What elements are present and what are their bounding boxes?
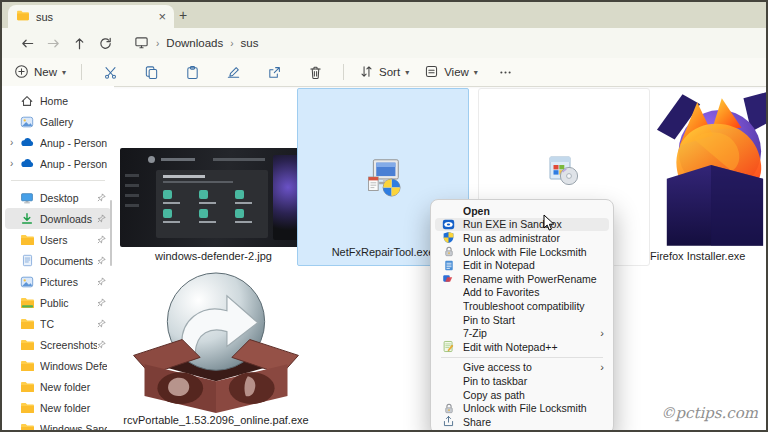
- sidebar-item-label: Pictures: [40, 276, 97, 288]
- pin-icon: [97, 277, 107, 286]
- address-bar: › Downloads › sus: [2, 28, 766, 58]
- delete-button[interactable]: [302, 60, 328, 84]
- back-button[interactable]: [14, 31, 40, 55]
- menu-item-label: Unlock with File Locksmith: [463, 246, 604, 258]
- tab-sus[interactable]: sus ×: [8, 5, 174, 28]
- notepad-icon: [441, 258, 456, 272]
- menu-item-unlock-with-file-locksmith[interactable]: Unlock with File Locksmith: [435, 245, 609, 259]
- breadcrumb-separator: ›: [230, 38, 233, 49]
- file-label[interactable]: rcvPortable_1.53.2096_online.paf.exe: [98, 414, 334, 426]
- menu-item-run-exe-in-sandbox[interactable]: Run EXE in Sandbox: [435, 218, 609, 232]
- chevron-right-icon[interactable]: ›: [10, 158, 19, 169]
- share-button[interactable]: [261, 60, 287, 84]
- menu-item-copy-as-path[interactable]: Copy as path: [435, 388, 609, 402]
- firefox-installer-icon[interactable]: [655, 88, 768, 252]
- menu-item-open[interactable]: Open: [435, 204, 609, 218]
- menu-item-label: Pin to Start: [463, 314, 604, 326]
- sidebar-item-label: Anup - Personal: [40, 158, 107, 170]
- rename-button[interactable]: [220, 60, 246, 84]
- menu-item-pin-to-taskbar[interactable]: Pin to taskbar: [435, 374, 609, 388]
- tab-title: sus: [36, 11, 53, 23]
- sidebar-item-screenshots[interactable]: Screenshots: [5, 334, 111, 355]
- sort-button[interactable]: Sort ▾: [359, 64, 409, 81]
- cut-button[interactable]: [97, 60, 123, 84]
- pin-icon: [97, 193, 107, 202]
- menu-item-run-as-administrator[interactable]: Run as administrator: [435, 231, 609, 245]
- sidebar-item-label: New folder: [40, 402, 107, 414]
- sidebar-item-windows-sandbox[interactable]: Windows Sandbox: [5, 418, 111, 430]
- new-button-label: New: [34, 66, 57, 78]
- menu-item-label: Give access to: [463, 361, 593, 373]
- file-label[interactable]: Firefox Installer.exe: [650, 250, 768, 262]
- thumb-decoration: [125, 174, 139, 207]
- sidebar-item-documents[interactable]: Documents: [5, 250, 111, 271]
- menu-item-label: Share: [463, 416, 604, 428]
- padlock-icon: [441, 401, 456, 415]
- up-button[interactable]: [66, 31, 92, 55]
- sidebar-item-windows-defender[interactable]: Windows Defender: [5, 355, 111, 376]
- documents-icon: [19, 253, 35, 268]
- breadcrumb-downloads[interactable]: Downloads: [166, 37, 223, 49]
- gallery-icon: [19, 114, 35, 129]
- plus-circle-icon: [14, 64, 29, 81]
- menu-icon-spacer: [441, 326, 456, 340]
- sidebar-item-anup-personal[interactable]: ›Anup - Personal: [5, 132, 111, 153]
- file-label[interactable]: windows-defender-2.jpg: [120, 250, 307, 262]
- menu-item-add-to-favorites[interactable]: Add to Favorites: [435, 286, 609, 300]
- paste-button[interactable]: [179, 60, 205, 84]
- sidebar-item-desktop[interactable]: Desktop: [5, 187, 111, 208]
- view-button[interactable]: View ▾: [424, 64, 478, 81]
- sidebar-item-pictures[interactable]: Pictures: [5, 271, 111, 292]
- notepadpp-icon: [441, 340, 456, 354]
- menu-item-unlock-with-file-locksmith[interactable]: Unlock with File Locksmith: [435, 401, 609, 415]
- sidebar-item-label: Public: [40, 297, 97, 309]
- chevron-down-icon: ▾: [474, 68, 478, 77]
- menu-item-share[interactable]: Share: [435, 415, 609, 429]
- copy-button[interactable]: [138, 60, 164, 84]
- sidebar-item-public[interactable]: Public: [5, 292, 111, 313]
- menu-item-7-zip[interactable]: 7-Zip›: [435, 326, 609, 340]
- pin-icon: [97, 340, 107, 349]
- sidebar-item-label: Desktop: [40, 192, 97, 204]
- sidebar-item-label: Users: [40, 234, 97, 246]
- folder-icon: [19, 316, 35, 331]
- sidebar-item-label: Documents: [40, 255, 97, 267]
- chevron-right-icon[interactable]: ›: [10, 137, 19, 148]
- menu-item-give-access-to[interactable]: Give access to›: [435, 361, 609, 375]
- sidebar-item-new-folder[interactable]: New folder: [5, 376, 111, 397]
- new-button[interactable]: New ▾: [14, 64, 66, 81]
- portableapps-installer-icon[interactable]: [130, 270, 302, 417]
- breadcrumb-sus[interactable]: sus: [241, 37, 259, 49]
- menu-item-rename-with-powerrename[interactable]: Rename with PowerRename: [435, 272, 609, 286]
- menu-item-edit-in-notepad[interactable]: Edit in Notepad: [435, 258, 609, 272]
- menu-separator: [441, 357, 603, 358]
- sidebar-item-new-folder[interactable]: New folder: [5, 397, 111, 418]
- more-options-button[interactable]: [493, 60, 519, 84]
- sidebar-item-gallery[interactable]: Gallery: [5, 111, 111, 132]
- sidebar-item-anup-personal[interactable]: ›Anup - Personal: [5, 153, 111, 174]
- menu-icon-spacer: [441, 388, 456, 402]
- forward-button[interactable]: [40, 31, 66, 55]
- view-button-label: View: [444, 66, 469, 78]
- menu-item-troubleshoot-compatibility[interactable]: Troubleshoot compatibility: [435, 299, 609, 313]
- new-tab-button[interactable]: +: [174, 6, 192, 24]
- pin-icon: [97, 319, 107, 328]
- menu-icon-spacer: [441, 360, 456, 374]
- sidebar-item-label: New folder: [40, 381, 107, 393]
- menu-item-pin-to-start[interactable]: Pin to Start: [435, 313, 609, 327]
- sidebar-item-users[interactable]: Users: [5, 229, 111, 250]
- sidebar-item-tc[interactable]: TC: [5, 313, 111, 334]
- menu-item-edit-with-notepad[interactable]: Edit with Notepad++: [435, 340, 609, 354]
- sidebar-item-home[interactable]: Home: [5, 90, 111, 111]
- sidebar-divider: [11, 180, 105, 181]
- sidebar-scrollbar[interactable]: [110, 200, 112, 266]
- this-pc-icon[interactable]: [134, 35, 149, 52]
- tab-close-icon[interactable]: ×: [158, 10, 166, 23]
- breadcrumb: › Downloads › sus: [134, 35, 259, 52]
- file-windows-defender-jpg[interactable]: [120, 148, 307, 247]
- sidebar-item-downloads[interactable]: Downloads: [5, 208, 111, 229]
- sidebar-item-label: Downloads: [40, 213, 97, 225]
- navigation-pane: HomeGallery›Anup - Personal›Anup - Perso…: [2, 86, 114, 430]
- sidebar-item-label: Anup - Personal: [40, 137, 107, 149]
- refresh-button[interactable]: [92, 31, 118, 55]
